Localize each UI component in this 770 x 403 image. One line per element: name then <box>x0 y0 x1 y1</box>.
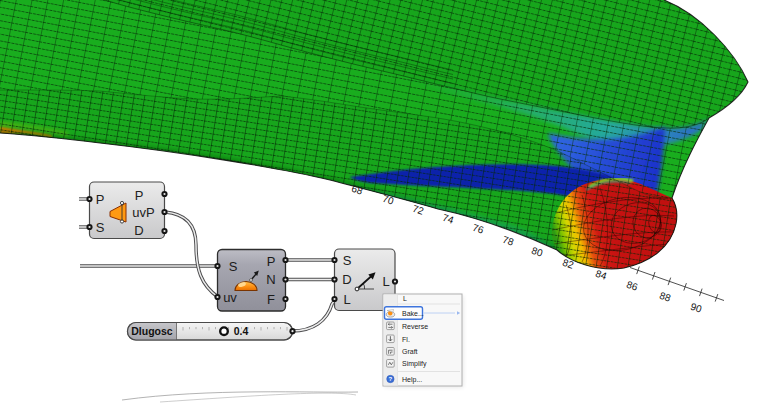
svg-text:Dlugosc: Dlugosc <box>131 325 173 337</box>
svg-text:S: S <box>343 253 352 268</box>
svg-text:L: L <box>343 292 350 307</box>
svg-text:?: ? <box>389 376 393 382</box>
svg-text:74: 74 <box>441 212 456 226</box>
svg-text:D: D <box>134 223 143 238</box>
svg-text:70: 70 <box>381 193 396 207</box>
svg-text:76: 76 <box>471 222 486 236</box>
svg-text:Graft: Graft <box>402 348 418 355</box>
svg-text:Simplify: Simplify <box>402 360 427 368</box>
svg-text:P: P <box>96 192 105 207</box>
svg-text:90: 90 <box>689 301 704 315</box>
svg-text:84: 84 <box>594 268 609 282</box>
svg-text:L: L <box>382 274 389 289</box>
svg-text:78: 78 <box>501 234 516 248</box>
svg-text:P: P <box>267 254 276 269</box>
svg-text:S: S <box>229 259 238 274</box>
svg-text:68: 68 <box>350 183 365 197</box>
svg-text:82: 82 <box>561 257 576 271</box>
svg-text:S: S <box>96 220 105 235</box>
svg-text:D: D <box>342 272 351 287</box>
svg-text:uvP: uvP <box>132 205 154 220</box>
svg-text:86: 86 <box>625 279 640 293</box>
svg-text:L: L <box>403 295 407 302</box>
svg-text:72: 72 <box>411 203 426 217</box>
svg-text:F: F <box>267 292 275 307</box>
svg-text:Help...: Help... <box>402 376 422 384</box>
svg-text:P: P <box>135 188 144 203</box>
svg-text:N: N <box>266 272 275 287</box>
svg-text:0.4: 0.4 <box>234 325 249 337</box>
svg-text:Bake...: Bake... <box>402 310 424 317</box>
svg-text:Reverse: Reverse <box>402 323 428 330</box>
svg-text:88: 88 <box>658 290 673 304</box>
svg-text:.: . <box>408 336 410 343</box>
svg-text:80: 80 <box>530 245 545 259</box>
svg-text:uv: uv <box>223 290 237 305</box>
